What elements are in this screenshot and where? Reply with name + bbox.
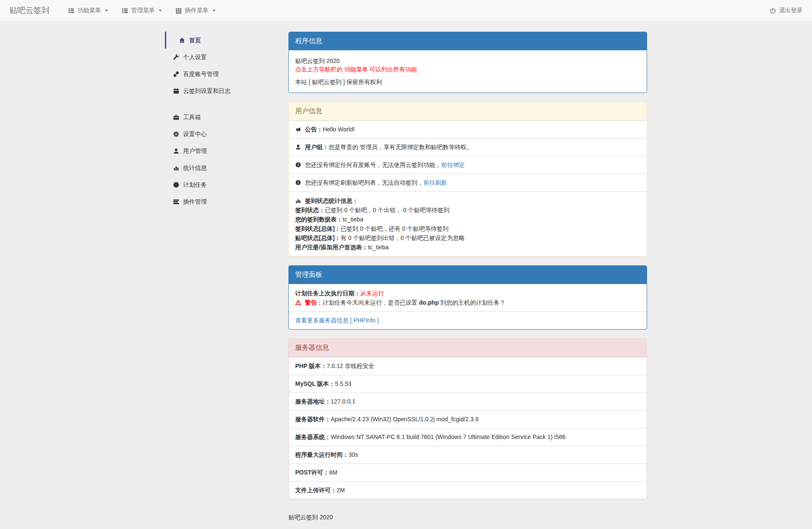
stat-value: tc_tieba xyxy=(343,216,363,223)
link-icon xyxy=(173,71,179,77)
server-row-value: 2M xyxy=(337,487,345,494)
stat-line: 签到状态：已签到 0 个贴吧，0 个出错， 0 个贴吧等待签到 xyxy=(295,205,640,215)
sidebar-item-toolbox[interactable]: 工具箱 xyxy=(166,109,276,125)
gear-icon xyxy=(173,131,179,137)
th-list-icon xyxy=(68,8,74,14)
server-info-panel: 服务器信息 PHP 版本：7.0.12 非线程安全 MySQL 版本：5.5.5… xyxy=(288,338,647,499)
nav-menu-label: 功能菜单 xyxy=(77,7,101,14)
warning-label: 警告： xyxy=(305,299,323,306)
nav-menu-function[interactable]: 功能菜单 xyxy=(61,0,115,21)
sign-stats-row: 签到状态统计信息： 签到状态：已签到 0 个贴吧，0 个出错， 0 个贴吧等待签… xyxy=(289,191,647,256)
list-icon xyxy=(122,8,128,14)
wrench-icon xyxy=(173,54,179,60)
stat-value: 已签到 0 个贴吧，还有 0 个贴吧等待签到 xyxy=(340,225,448,232)
server-row-value: 5.5.53 xyxy=(335,380,351,387)
nav-menu-label: 管理菜单 xyxy=(131,7,155,14)
cron-label: 计划任务上次执行日期： xyxy=(295,290,360,297)
server-row-label: PHP 版本： xyxy=(295,363,326,369)
warning-post: 到您的主机的计划任务？ xyxy=(439,299,505,306)
user-icon xyxy=(295,144,301,150)
cron-warning-line: 警告：计划任务今天尚未运行，是否已设置 do.php 到您的主机的计划任务？ xyxy=(295,298,640,307)
top-navbar: 贴吧云签到 功能菜单 管理菜单 插件菜单 退出登录 xyxy=(0,0,812,22)
sidebar-item-label: 个人设置 xyxy=(183,53,207,61)
sidebar-item-label: 百度账号管理 xyxy=(183,70,219,78)
cron-date-line: 计划任务上次执行日期：从未运行 xyxy=(295,289,640,298)
program-rights: 本站 [ 贴吧云签到 ] 保留所有权利 xyxy=(295,78,640,86)
stats-title: 签到状态统计信息： xyxy=(305,197,358,204)
logout-label: 退出登录 xyxy=(779,7,803,14)
briefcase-icon xyxy=(173,114,179,120)
stat-label: 用户注册/添加用户首选表： xyxy=(295,244,368,251)
sidebar-item-home[interactable]: 首页 xyxy=(165,32,276,49)
user-info-title: 用户信息 xyxy=(289,102,647,120)
server-row-label: POST许可： xyxy=(295,469,329,476)
server-row-label: MySQL 版本： xyxy=(295,380,335,387)
warning-pre: 计划任务今天尚未运行，是否已设置 xyxy=(323,299,419,306)
bind-notice-row: 您还没有绑定任何百度账号，无法使用云签到功能，前往绑定 xyxy=(289,156,647,174)
usergroup-row: 用户组：您是尊贵的 管理员，享有无限绑定数和贴吧数等特权。 xyxy=(289,138,647,156)
bind-link[interactable]: 前往绑定 xyxy=(441,161,465,168)
sidebar-item-baidu-accounts[interactable]: 百度账号管理 xyxy=(166,65,276,82)
nav-menu-plugin[interactable]: 插件菜单 xyxy=(169,0,222,21)
sidebar-item-plugin-management[interactable]: 插件管理 xyxy=(166,193,276,210)
cron-value: 从未运行 xyxy=(360,290,384,297)
server-row-post-limit: POST许可：8M xyxy=(289,464,647,481)
brand-title[interactable]: 贴吧云签到 xyxy=(9,5,49,16)
phpinfo-link[interactable]: 查看更多服务器信息 [ PHPInfo ] xyxy=(295,317,379,324)
stat-label: 您的签到数据表： xyxy=(295,216,343,223)
warning-triangle-icon xyxy=(295,300,301,305)
cron-status-row: 计划任务上次执行日期：从未运行 警告：计划任务今天尚未运行，是否已设置 do.p… xyxy=(289,284,647,311)
stat-line: 您的签到数据表：tc_tieba xyxy=(295,215,640,224)
server-row-value: Windows NT SANAT-PC 6.1 build 7601 (Wind… xyxy=(331,434,565,440)
sidebar-item-settings-center[interactable]: 设置中心 xyxy=(166,125,276,142)
stat-label: 签到状态[总体]： xyxy=(295,225,340,232)
server-row-system: 服务器系统：Windows NT SANAT-PC 6.1 build 7601… xyxy=(289,428,647,446)
server-info-title: 服务器信息 xyxy=(289,339,647,357)
server-row-label: 文件上传许可： xyxy=(295,487,337,494)
chevron-down-icon xyxy=(159,10,162,11)
user-info-panel: 用户信息 公告：Hello World! 用户组：您是尊贵的 管理员，享有无限绑… xyxy=(288,102,647,256)
refresh-link[interactable]: 前往刷新 xyxy=(423,179,447,186)
sidebar-group-admin: 工具箱 设置中心 用户管理 统计信息 计划任务 插件管理 xyxy=(165,109,276,210)
sidebar-item-sign-settings-log[interactable]: 云签到设置和日志 xyxy=(166,82,276,99)
admin-panel: 管理面板 计划任务上次执行日期：从未运行 警告：计划任务今天尚未运行，是否已设置… xyxy=(288,265,647,330)
announcement-row: 公告：Hello World! xyxy=(289,120,647,138)
logout-button[interactable]: 退出登录 xyxy=(770,7,803,14)
tasks-icon xyxy=(173,199,179,205)
sidebar-item-statistics[interactable]: 统计信息 xyxy=(166,159,276,176)
program-version-block: 贴吧云签到 2020 点击上方导航栏的 功能菜单 可以列出所有功能 xyxy=(295,57,640,74)
nav-menu-label: 插件菜单 xyxy=(185,7,208,14)
chevron-down-icon xyxy=(105,10,108,11)
program-version: 贴吧云签到 2020 xyxy=(295,57,340,64)
usergroup-label: 用户组： xyxy=(305,144,329,150)
stat-line: 签到状态[总体]：已签到 0 个贴吧，还有 0 个贴吧等待签到 xyxy=(295,224,640,233)
sidebar-item-label: 工具箱 xyxy=(183,113,201,121)
sidebar-item-personal-settings[interactable]: 个人设置 xyxy=(166,49,276,65)
server-row-value: 30s xyxy=(348,451,358,458)
usergroup-value: 您是尊贵的 管理员，享有无限绑定数和贴吧数等特权。 xyxy=(329,144,472,150)
sidebar-item-user-management[interactable]: 用户管理 xyxy=(166,142,276,159)
page-footer: 贴吧云签到 2020 调试信息：执行 MySQL 查询 8 次，PHP 运行耗时… xyxy=(288,513,647,529)
program-info-panel: 程序信息 贴吧云签到 2020 点击上方导航栏的 功能菜单 可以列出所有功能 本… xyxy=(288,32,647,93)
sidebar-item-cron-tasks[interactable]: 计划任务 xyxy=(166,176,276,193)
power-icon xyxy=(770,8,776,14)
nav-menu-manage[interactable]: 管理菜单 xyxy=(115,0,169,21)
bar-chart-icon xyxy=(173,165,179,171)
admin-panel-title: 管理面板 xyxy=(289,266,647,284)
sidebar: 首页 个人设置 百度账号管理 云签到设置和日志 工具箱 设置中心 xyxy=(159,32,282,529)
sidebar-item-label: 云签到设置和日志 xyxy=(183,87,230,95)
user-icon xyxy=(173,148,179,154)
server-row-value: 7.0.12 非线程安全 xyxy=(326,363,374,369)
announcement-label: 公告： xyxy=(305,126,323,133)
server-row-label: 服务器地址： xyxy=(295,398,331,405)
home-icon xyxy=(179,37,185,44)
sidebar-item-label: 用户管理 xyxy=(183,147,207,155)
server-row-mysql: MySQL 版本：5.5.53 xyxy=(289,375,647,393)
chevron-down-icon xyxy=(212,10,216,11)
calendar-icon xyxy=(173,88,179,94)
phpinfo-row: 查看更多服务器信息 [ PHPInfo ] xyxy=(289,311,647,329)
page-container: 首页 个人设置 百度账号管理 云签到设置和日志 工具箱 设置中心 xyxy=(159,22,653,529)
main-nav: 功能菜单 管理菜单 插件菜单 xyxy=(61,0,222,21)
clock-icon xyxy=(173,182,179,188)
stats-title-line: 签到状态统计信息： xyxy=(295,196,640,205)
